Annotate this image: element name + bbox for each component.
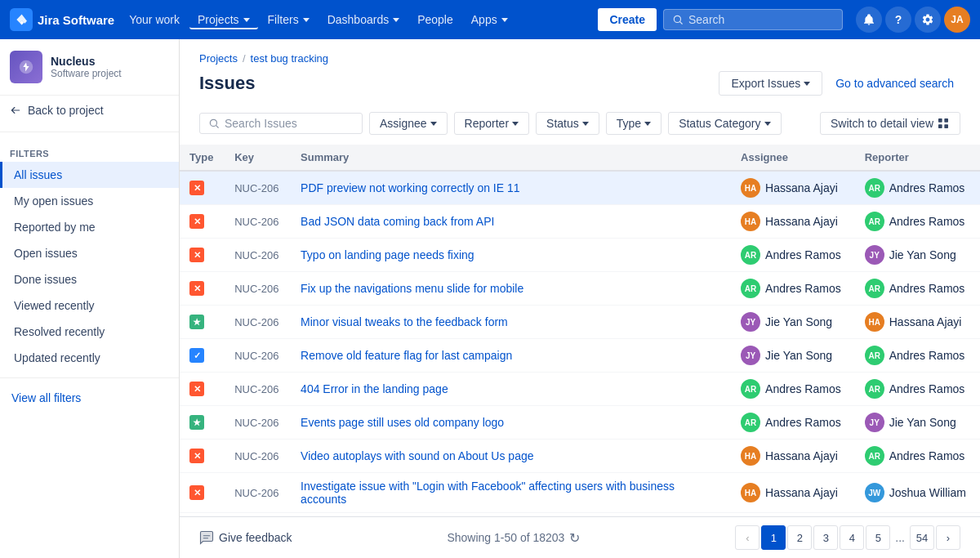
cell-summary: Events page still uses old company logo xyxy=(291,406,731,440)
next-page-button[interactable]: › xyxy=(936,525,960,550)
table-row[interactable]: ✓NUC-206Remove old feature flag for last… xyxy=(180,339,980,373)
assignee-filter-button[interactable]: Assignee xyxy=(369,112,448,135)
issue-summary-link[interactable]: PDF preview not working correctly on IE … xyxy=(301,181,519,194)
nav-dashboards[interactable]: Dashboards xyxy=(319,10,408,29)
assignee-cell: JYJie Yan Song xyxy=(741,346,845,365)
issue-summary-link[interactable]: Minor visual tweaks to the feedback form xyxy=(301,315,508,328)
back-to-project[interactable]: Back to project xyxy=(0,96,179,125)
page-4-button[interactable]: 4 xyxy=(840,525,864,550)
type-filter-button[interactable]: Type xyxy=(606,112,662,135)
reporter-cell: JYJie Yan Song xyxy=(865,413,970,432)
prev-page-button[interactable]: ‹ xyxy=(735,525,760,550)
reporter-avatar: AR xyxy=(865,446,884,466)
nav-projects[interactable]: Projects xyxy=(189,10,258,29)
page-1-button[interactable]: 1 xyxy=(761,525,786,550)
status-filter-button[interactable]: Status xyxy=(536,112,599,135)
cell-assignee: ARAndres Ramos xyxy=(731,406,855,440)
nav-apps[interactable]: Apps xyxy=(463,10,516,29)
assignee-name: Jie Yan Song xyxy=(765,349,832,362)
cell-type: ✕ xyxy=(180,440,225,473)
cell-assignee: HAHassana Ajayi xyxy=(731,205,855,239)
sidebar-item-open-issues[interactable]: Open issues xyxy=(0,240,179,266)
cell-type: ✓ xyxy=(180,339,225,373)
table-row[interactable]: ✕NUC-206Video autoplays with sound on Ab… xyxy=(180,440,980,473)
switch-view-button[interactable]: Switch to detail view xyxy=(820,112,960,135)
table-row[interactable]: ✕NUC-206Investigate issue with "Login wi… xyxy=(180,473,980,513)
assignee-cell: ARAndres Ramos xyxy=(741,279,845,298)
search-bar[interactable]: Search xyxy=(663,9,843,30)
issue-summary-link[interactable]: Investigate issue with "Login with Faceb… xyxy=(301,480,675,506)
sidebar-item-all-issues[interactable]: All issues xyxy=(0,162,179,188)
status-category-filter-button[interactable]: Status Category xyxy=(668,112,781,135)
create-button[interactable]: Create xyxy=(598,8,657,31)
page-2-button[interactable]: 2 xyxy=(787,525,812,550)
jira-logo[interactable]: Jira Software xyxy=(10,8,114,31)
sidebar-item-my-open-issues[interactable]: My open issues xyxy=(0,188,179,214)
issue-summary-link[interactable]: Bad JSON data coming back from API xyxy=(301,215,494,228)
table-row[interactable]: ✕NUC-206404 Error in the landing pageARA… xyxy=(180,373,980,406)
sidebar: Nucleus Software project Back to project… xyxy=(0,39,180,558)
assignee-cell: HAHassana Ajayi xyxy=(741,483,845,502)
issue-key: NUC-206 xyxy=(234,417,278,429)
filters-section-label: Filters xyxy=(0,139,179,162)
issue-summary-link[interactable]: Fix up the navigations menu slide for mo… xyxy=(301,282,523,295)
nav-your-work[interactable]: Your work xyxy=(121,10,188,29)
notifications-button[interactable] xyxy=(856,7,882,33)
cell-assignee: HAHassana Ajayi xyxy=(731,473,855,513)
page-54-button[interactable]: 54 xyxy=(910,525,934,550)
issue-summary-link[interactable]: Video autoplays with sound on About Us p… xyxy=(301,449,533,462)
view-all-filters[interactable]: View all filters xyxy=(0,385,179,411)
table-row[interactable]: ✕NUC-206Typo on landing page needs fixin… xyxy=(180,239,980,272)
breadcrumb-separator-1: / xyxy=(243,52,246,65)
reporter-cell: ARAndres Ramos xyxy=(865,178,970,198)
table-row[interactable]: ★NUC-206Events page still uses old compa… xyxy=(180,406,980,440)
issue-summary-link[interactable]: Typo on landing page needs fixing xyxy=(301,248,474,261)
reporter-cell: JWJoshua William xyxy=(865,483,970,502)
issue-summary-link[interactable]: Events page still uses old company logo xyxy=(301,416,504,429)
nav-people[interactable]: People xyxy=(409,10,461,29)
issues-table-body: ✕NUC-206PDF preview not working correctl… xyxy=(180,171,980,558)
sidebar-item-done-issues[interactable]: Done issues xyxy=(0,266,179,292)
project-info: Nucleus Software project xyxy=(0,39,179,96)
give-feedback-button[interactable]: Give feedback xyxy=(199,530,292,545)
reporter-filter-button[interactable]: Reporter xyxy=(454,112,529,135)
sidebar-item-resolved-recently[interactable]: Resolved recently xyxy=(0,319,179,345)
main-navigation: Your work Projects Filters Dashboards Pe… xyxy=(121,10,591,29)
assignee-cell: HAHassana Ajayi xyxy=(741,446,845,466)
table-row[interactable]: ★NUC-206Minor visual tweaks to the feedb… xyxy=(180,306,980,339)
help-button[interactable]: ? xyxy=(885,7,911,33)
filters-chevron-icon xyxy=(303,18,310,22)
export-issues-button[interactable]: Export Issues xyxy=(719,71,822,96)
issue-summary-link[interactable]: 404 Error in the landing page xyxy=(301,382,448,395)
table-row[interactable]: ✕NUC-206Fix up the navigations menu slid… xyxy=(180,272,980,306)
search-issues-input-container[interactable] xyxy=(199,113,363,134)
table-row[interactable]: ✕NUC-206Bad JSON data coming back from A… xyxy=(180,205,980,239)
sidebar-divider-1 xyxy=(0,132,179,132)
breadcrumb-project-name[interactable]: test bug tracking xyxy=(251,52,328,65)
project-type: Software project xyxy=(51,68,122,79)
cell-type: ✕ xyxy=(180,272,225,306)
settings-button[interactable] xyxy=(915,7,941,33)
settings-icon xyxy=(921,13,934,26)
breadcrumb-projects[interactable]: Projects xyxy=(199,52,238,65)
cell-summary: Video autoplays with sound on About Us p… xyxy=(291,440,731,473)
advanced-search-button[interactable]: Go to advanced search xyxy=(829,72,960,95)
refresh-icon[interactable]: ↻ xyxy=(569,530,580,546)
sidebar-item-viewed-recently[interactable]: Viewed recently xyxy=(0,292,179,319)
sidebar-item-reported-by-me[interactable]: Reported by me xyxy=(0,214,179,240)
reporter-cell: ARAndres Ramos xyxy=(865,279,970,298)
nav-filters[interactable]: Filters xyxy=(260,10,318,29)
user-avatar[interactable]: JA xyxy=(944,7,970,33)
issue-key: NUC-206 xyxy=(234,283,278,295)
search-issues-input[interactable] xyxy=(225,117,347,130)
projects-chevron-icon xyxy=(243,18,250,22)
assignee-avatar: HA xyxy=(741,212,760,231)
table-row[interactable]: ✕NUC-206PDF preview not working correctl… xyxy=(180,171,980,205)
page-5-button[interactable]: 5 xyxy=(866,525,890,550)
page-3-button[interactable]: 3 xyxy=(813,525,838,550)
sidebar-item-updated-recently[interactable]: Updated recently xyxy=(0,345,179,371)
issues-table: Type Key Summary Assignee Reporter ✕NUC-… xyxy=(180,145,980,558)
issue-summary-link[interactable]: Remove old feature flag for last campaig… xyxy=(301,349,512,362)
issue-type-icon: ✕ xyxy=(189,248,204,262)
assignee-name: Hassana Ajayi xyxy=(765,181,838,194)
